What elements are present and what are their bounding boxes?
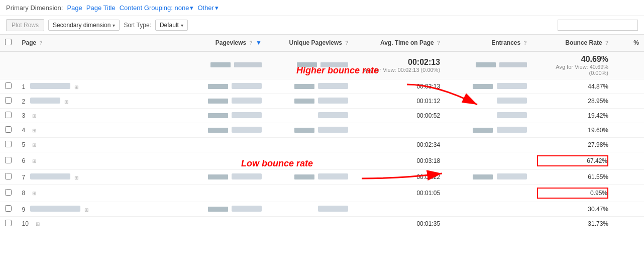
- chevron-down-icon4: ▾: [181, 23, 183, 28]
- row7-pv: [180, 170, 267, 185]
- content-grouping-dropdown[interactable]: Content Grouping: none ▾: [120, 4, 194, 12]
- row5-check[interactable]: [0, 138, 17, 152]
- row2-checkbox[interactable]: [5, 97, 12, 104]
- row2-page: 2 ⊞: [17, 94, 180, 109]
- row5-ent: [445, 138, 532, 152]
- row3-checkbox[interactable]: [5, 112, 12, 118]
- bounce-rate-help-icon[interactable]: ?: [605, 40, 608, 46]
- row6-ext-icon[interactable]: ⊞: [32, 158, 36, 164]
- table-row: 1 ⊞ 00:03:13: [0, 79, 644, 94]
- row1-ent-num: [497, 83, 527, 89]
- row5-avg: 00:02:34: [353, 138, 445, 152]
- data-table: Page ? Pageviews ? ▼ Unique Pageviews ? …: [0, 35, 644, 231]
- plot-rows-button[interactable]: Plot Rows: [6, 19, 44, 31]
- row4-checkbox[interactable]: [5, 126, 12, 133]
- row10-check[interactable]: [0, 217, 17, 231]
- avg-time-column-header[interactable]: Avg. Time on Page ?: [353, 35, 445, 51]
- row7-page-blur: [30, 173, 70, 179]
- row3-check[interactable]: [0, 109, 17, 123]
- table-row: 7 ⊞ 00:01:22: [0, 170, 644, 185]
- blur-bar-2: [234, 62, 262, 67]
- row7-ent: [445, 170, 532, 185]
- row5-upv: [267, 138, 354, 152]
- row1-pv-bar: [208, 84, 228, 89]
- select-all-checkbox[interactable]: [5, 39, 12, 45]
- row1-page: 1 ⊞: [17, 79, 180, 94]
- row8-checkbox[interactable]: [5, 189, 12, 196]
- row5-checkbox[interactable]: [5, 141, 12, 147]
- row4-ext-icon[interactable]: ⊞: [32, 128, 36, 133]
- row4-pct: [613, 123, 644, 138]
- row2-ext-icon[interactable]: ⊞: [64, 99, 68, 105]
- row9-checkbox[interactable]: [5, 205, 12, 212]
- page-title-link[interactable]: Page Title: [86, 4, 116, 12]
- unique-pageviews-column-header[interactable]: Unique Pageviews ?: [267, 35, 354, 51]
- row7-ent-bar: [473, 174, 493, 179]
- row4-check[interactable]: [0, 123, 17, 138]
- row9-check[interactable]: [0, 202, 17, 217]
- row4-avg: [353, 123, 445, 138]
- row1-upv-bar: [294, 84, 314, 89]
- row1-ext-icon[interactable]: ⊞: [74, 84, 78, 90]
- blur-bar-1: [210, 62, 231, 67]
- data-table-wrap: Page ? Pageviews ? ▼ Unique Pageviews ? …: [0, 35, 644, 231]
- row3-br: 19.42%: [532, 109, 613, 123]
- secondary-dimension-dropdown[interactable]: Secondary dimension ▾: [48, 20, 120, 31]
- summary-page-cell: [17, 51, 180, 79]
- row10-checkbox[interactable]: [5, 220, 12, 226]
- page-column-header[interactable]: Page ?: [17, 35, 180, 51]
- row2-pv-num: [232, 98, 262, 104]
- row4-pv-bar: [208, 128, 228, 133]
- row6-pct: [613, 152, 644, 170]
- pageviews-column-header[interactable]: Pageviews ? ▼: [180, 35, 267, 51]
- row8-br-highlight: 0.95%: [537, 188, 608, 199]
- row1-checkbox[interactable]: [5, 82, 12, 89]
- select-all-header[interactable]: [0, 35, 17, 51]
- row1-check[interactable]: [0, 79, 17, 94]
- row10-ext-icon[interactable]: ⊞: [36, 221, 40, 227]
- sort-default-dropdown[interactable]: Default ▾: [155, 20, 188, 31]
- row4-page: 4 ⊞: [17, 123, 180, 138]
- bounce-rate-column-header[interactable]: Bounce Rate ?: [532, 35, 613, 51]
- row8-upv: [267, 185, 354, 202]
- toolbar: Plot Rows Secondary dimension ▾ Sort Typ…: [0, 16, 644, 35]
- avg-time-help-icon[interactable]: ?: [437, 40, 440, 46]
- search-input[interactable]: [558, 20, 638, 31]
- row7-upv: [267, 170, 354, 185]
- row10-ent: [445, 217, 532, 231]
- row2-upv: [267, 94, 354, 109]
- row2-check[interactable]: [0, 94, 17, 109]
- row2-ent-num: [497, 98, 527, 104]
- summary-avg-sub: Avg for View: 00:02:13 (0.00%): [358, 67, 440, 73]
- row9-ext-icon[interactable]: ⊞: [84, 207, 88, 213]
- row2-num: 2: [22, 98, 25, 105]
- row6-checkbox[interactable]: [5, 157, 12, 163]
- row4-ent: [445, 123, 532, 138]
- page-help-icon[interactable]: ?: [40, 40, 43, 46]
- other-dropdown[interactable]: Other ▾: [197, 4, 219, 12]
- row8-check[interactable]: [0, 185, 17, 202]
- row7-checkbox[interactable]: [5, 173, 12, 179]
- row7-ent-num: [497, 173, 527, 179]
- row3-upv-num: [318, 112, 348, 118]
- row7-br: 61.55%: [532, 170, 613, 185]
- row3-num: 3: [22, 112, 25, 119]
- summary-row: 00:02:13 Avg for View: 00:02:13 (0.00%) …: [0, 51, 644, 79]
- row7-ext-icon[interactable]: ⊞: [74, 175, 78, 180]
- row7-avg: 00:01:22: [353, 170, 445, 185]
- summary-br-sub: Avg for View: 40.69% (0.00%): [537, 64, 608, 76]
- entrances-column-header[interactable]: Entrances ?: [445, 35, 532, 51]
- row3-ext-icon[interactable]: ⊞: [32, 113, 36, 119]
- summary-upv-cell: [267, 51, 354, 79]
- entrances-help-icon[interactable]: ?: [524, 40, 527, 46]
- row7-check[interactable]: [0, 170, 17, 185]
- pageviews-help-icon[interactable]: ?: [250, 40, 253, 46]
- unique-pv-help-icon[interactable]: ?: [345, 40, 348, 46]
- row8-ext-icon[interactable]: ⊞: [32, 191, 36, 196]
- page-link[interactable]: Page: [67, 4, 82, 12]
- row8-ent: [445, 185, 532, 202]
- row5-ext-icon[interactable]: ⊞: [32, 142, 36, 148]
- row6-check[interactable]: [0, 152, 17, 170]
- row3-pv-num: [232, 112, 262, 118]
- row7-pct: [613, 170, 644, 185]
